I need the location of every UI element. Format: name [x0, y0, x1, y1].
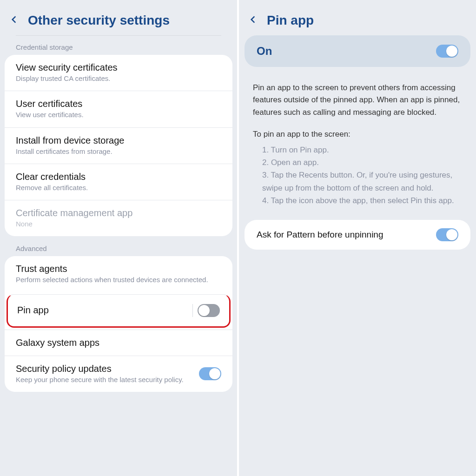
row-subtitle: Install certificates from storage. — [16, 147, 221, 156]
row-certificate-management-app[interactable]: Certificate management app None — [5, 200, 232, 236]
ask-pattern-label: Ask for Pattern before unpinning — [257, 230, 430, 240]
page-title: Pin app — [267, 13, 314, 28]
step-4: 4. Tap the icon above the app, then sele… — [262, 194, 462, 207]
credential-storage-card: View security certificates Display trust… — [5, 55, 232, 236]
section-label-credential-storage: Credential storage — [0, 43, 237, 55]
step-2: 2. Open an app. — [262, 156, 462, 169]
steps-intro: To pin an app to the screen: — [239, 119, 476, 139]
vertical-divider — [192, 304, 193, 317]
row-title: Clear credentials — [16, 172, 221, 182]
on-status-label: On — [257, 45, 272, 58]
row-subtitle: Keep your phone secure with the latest s… — [16, 375, 194, 384]
step-3: 3. Tap the Recents button. Or, if you're… — [262, 169, 462, 194]
row-title: Galaxy system apps — [16, 337, 221, 348]
back-icon[interactable] — [248, 13, 258, 28]
pin-app-master-toggle[interactable] — [436, 45, 458, 58]
back-icon[interactable] — [9, 13, 19, 28]
row-clear-credentials[interactable]: Clear credentials Remove all certificate… — [5, 164, 232, 200]
row-title: Install from device storage — [16, 135, 221, 146]
row-title: Certificate management app — [16, 208, 221, 218]
row-pin-app[interactable]: Pin app — [7, 294, 231, 328]
ask-pattern-toggle[interactable] — [436, 228, 458, 241]
left-pane: Other security settings Credential stora… — [0, 0, 238, 476]
header-divider — [16, 35, 221, 36]
row-install-from-device-storage[interactable]: Install from device storage Install cert… — [5, 127, 232, 164]
row-subtitle: Display trusted CA certificates. — [16, 74, 221, 83]
row-title: View security certificates — [16, 62, 221, 73]
section-label-advanced: Advanced — [0, 245, 237, 256]
row-title: Trust agents — [16, 264, 221, 274]
steps-list: 1. Turn on Pin app. 2. Open an app. 3. T… — [239, 139, 476, 207]
pin-app-description: Pin an app to the screen to prevent othe… — [239, 67, 476, 119]
pin-app-toggle[interactable] — [198, 304, 220, 317]
row-galaxy-system-apps[interactable]: Galaxy system apps — [5, 330, 232, 356]
row-text: Security policy updates Keep your phone … — [16, 364, 194, 384]
row-subtitle: None — [16, 219, 221, 229]
right-pane: Pin app On Pin an app to the screen to p… — [238, 0, 476, 476]
row-title: Security policy updates — [16, 364, 194, 374]
row-security-policy-updates[interactable]: Security policy updates Keep your phone … — [5, 356, 232, 392]
row-subtitle: Remove all certificates. — [16, 183, 221, 192]
row-title: User certificates — [16, 99, 221, 109]
ask-pattern-card[interactable]: Ask for Pattern before unpinning — [245, 220, 470, 250]
row-subtitle: View user certificates. — [16, 110, 221, 119]
row-trust-agents[interactable]: Trust agents Perform selected actions wh… — [5, 256, 232, 292]
step-1: 1. Turn on Pin app. — [262, 144, 462, 156]
right-header: Pin app — [239, 0, 476, 35]
left-header: Other security settings — [0, 0, 237, 35]
advanced-card: Trust agents Perform selected actions wh… — [5, 256, 232, 392]
row-view-security-certificates[interactable]: View security certificates Display trust… — [5, 55, 232, 91]
page-title: Other security settings — [28, 13, 170, 28]
row-text: Pin app — [17, 305, 188, 316]
row-title: Pin app — [17, 305, 188, 316]
security-policy-toggle[interactable] — [199, 367, 221, 380]
row-subtitle: Perform selected actions when trusted de… — [16, 275, 221, 284]
row-user-certificates[interactable]: User certificates View user certificates… — [5, 91, 232, 127]
on-status-card[interactable]: On — [245, 35, 470, 67]
